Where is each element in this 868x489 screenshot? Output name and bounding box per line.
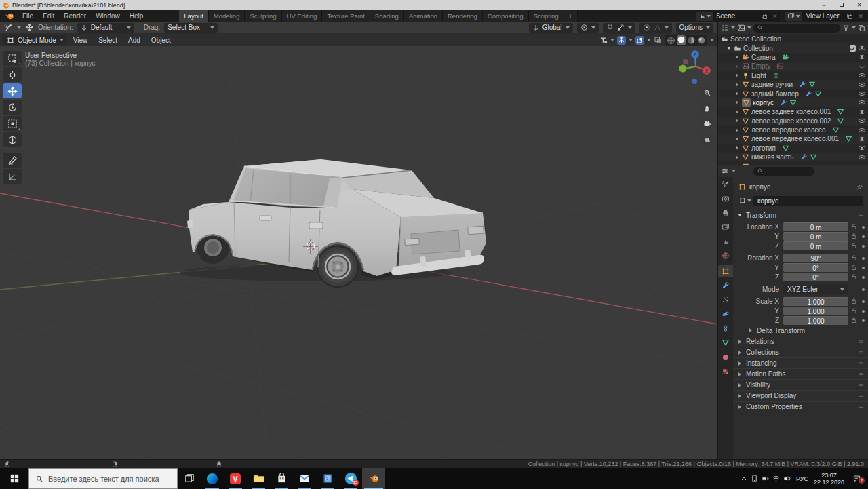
tray-expand-icon[interactable] [741,475,747,482]
view-layer-name[interactable]: View Layer [802,12,844,20]
visibility-eye-icon[interactable] [858,53,866,61]
snap-toggle-group[interactable] [603,23,635,33]
animate-dot[interactable] [862,257,865,260]
view-layer-selector[interactable]: View Layer ✕ [785,12,866,21]
tab-shading[interactable]: Shading [370,10,404,22]
outliner-row-camera[interactable]: Camera [718,53,868,62]
menu-window[interactable]: Window [91,10,125,22]
show-overlays-icon[interactable] [635,36,644,45]
collapse-arrow-icon[interactable] [726,47,732,50]
visibility-eye-icon[interactable] [858,90,866,98]
animate-dot[interactable] [862,288,865,291]
tab-constraints[interactable] [718,322,733,334]
snap-target-icon[interactable] [617,24,625,31]
animate-dot[interactable] [862,267,865,269]
expand-arrow-icon[interactable] [734,55,740,59]
outliner-row-mesh[interactable]: левое переднее колесо.001 [718,134,868,143]
taskbar-app-store[interactable] [270,468,293,489]
tab-scene[interactable] [718,235,733,248]
menu-edit[interactable]: Edit [38,10,59,22]
outliner-row-mesh[interactable]: задние ручки [718,80,868,89]
start-button[interactable] [0,468,28,489]
location-x-field[interactable]: 0 m [783,222,848,231]
menu-render[interactable]: Render [59,10,91,22]
shading-rendered-icon[interactable] [697,36,706,45]
object-type-visibility-icon[interactable] [599,36,608,45]
taskbar-app-blender[interactable] [362,468,385,489]
tool-measure[interactable] [3,169,22,184]
tool-scale[interactable] [3,116,22,131]
tab-object[interactable] [718,265,733,277]
object-name-field[interactable]: корпус [753,196,863,206]
tray-phone-icon[interactable] [751,475,758,482]
animate-dot[interactable] [862,226,865,229]
tab-scripting[interactable]: Scripting [529,10,564,22]
minimize-button[interactable]: – [815,0,833,10]
animate-dot[interactable] [862,300,865,303]
pin-icon[interactable] [856,183,863,191]
object-id-browse[interactable] [737,196,753,206]
lock-icon[interactable] [848,317,859,324]
taskbar-app-photos[interactable] [316,468,339,489]
outliner-row-collection[interactable]: Collection [718,43,868,52]
tool-move[interactable] [3,83,22,98]
tab-output[interactable] [718,207,733,219]
animate-dot[interactable] [862,276,865,279]
task-view-button[interactable] [178,468,201,489]
visibility-section[interactable]: Visibility [733,379,868,390]
location-z-field[interactable]: 0 m [783,241,848,250]
lock-icon[interactable] [848,233,859,240]
outliner-row-mesh[interactable]: левое заднее колесо.002 [718,117,868,125]
relations-section[interactable]: Relations [733,336,868,347]
tab-modeling[interactable]: Modeling [209,10,245,22]
lock-icon[interactable] [848,264,859,271]
panel-menu-icon[interactable] [858,212,865,218]
visibility-eye-icon[interactable] [858,71,866,79]
tab-compositing[interactable]: Compositing [483,10,529,22]
location-y-field[interactable]: 0 m [783,232,848,241]
outliner-row-scene-collection[interactable]: Scene Collection [718,35,868,43]
outliner-row-mesh[interactable]: левое переднее колесо [718,125,868,134]
lock-icon[interactable] [848,223,859,231]
tab-object-data[interactable] [718,336,733,349]
pivot-point-dropdown[interactable] [577,23,599,33]
rotation-z-field[interactable]: 0° [783,273,848,281]
tool-select-box[interactable] [3,51,22,66]
scene-browse-button[interactable] [696,12,713,21]
menu-help[interactable]: Help [125,10,149,22]
menu-view[interactable]: View [68,37,93,44]
tab-texture[interactable] [718,366,733,378]
outliner-display-mode-icon[interactable] [737,24,745,32]
camera-view-button[interactable] [700,117,714,131]
outliner-row-mesh[interactable]: задний бампер [718,89,868,98]
visibility-eye-icon[interactable] [858,144,866,152]
tab-material[interactable] [718,351,733,364]
rotation-x-field[interactable]: 90° [783,254,848,262]
scene-name[interactable]: Scene [713,12,759,20]
outliner-row-mesh[interactable]: левое заднее колесо.001 [718,107,868,116]
tab-tool[interactable] [718,178,733,191]
editor-type-icon[interactable] [4,23,13,32]
tab-modifiers[interactable] [718,279,733,292]
delta-transform-section[interactable]: Delta Transform [733,325,868,336]
tab-view-layer[interactable] [718,221,733,233]
shading-material-icon[interactable] [687,36,696,45]
scene-new-icon[interactable] [761,13,768,20]
tab-sculpting[interactable]: Sculpting [245,10,281,22]
show-gizmo-icon[interactable] [617,36,626,45]
tab-particles[interactable] [718,294,733,306]
lock-icon[interactable] [848,242,859,250]
custom-properties-section[interactable]: Custom Properties [733,401,868,412]
drag-dropdown[interactable]: Select Box [164,23,218,33]
visibility-eye-closed-icon[interactable] [858,62,866,71]
maximize-button[interactable] [833,0,850,10]
pan-button[interactable] [700,101,714,115]
visibility-eye-icon[interactable] [858,117,866,125]
lock-icon[interactable] [848,273,859,281]
mode-dropdown[interactable]: Object Mode [3,35,67,45]
properties-editor-type-icon[interactable] [721,167,729,175]
zoom-button[interactable] [700,85,714,100]
lock-icon[interactable] [848,307,859,315]
animate-dot[interactable] [862,235,865,238]
options-dropdown[interactable]: Options [676,23,713,33]
